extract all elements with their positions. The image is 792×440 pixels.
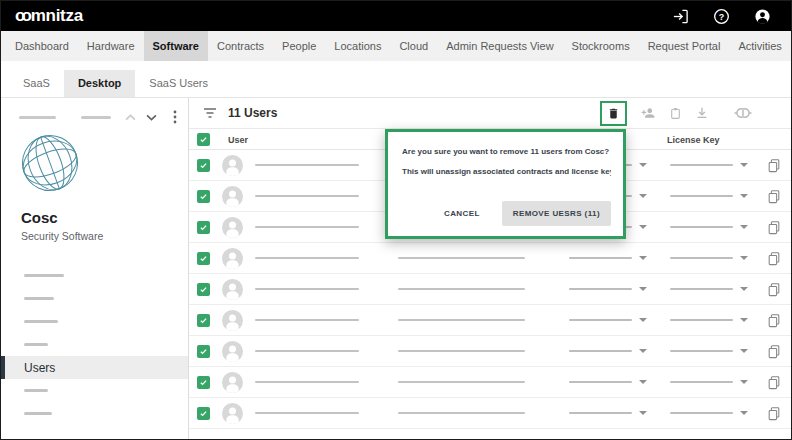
license-key-dropdown[interactable] [670, 256, 748, 260]
sidebar-item-placeholder[interactable] [1, 402, 188, 425]
sidebar-item-placeholder[interactable] [1, 379, 188, 402]
dialog-message-line1: Are you sure you want to remove 11 users… [402, 147, 611, 157]
remove-users-button[interactable]: REMOVE UESRS (11) [502, 201, 611, 226]
sidebar-item-placeholder[interactable] [1, 333, 188, 356]
user-name-placeholder [255, 350, 359, 352]
row-checkbox[interactable] [197, 345, 210, 358]
sign-in-icon[interactable] [672, 8, 689, 25]
chevron-down-icon [639, 349, 647, 353]
nav-item-people[interactable]: People [273, 31, 325, 61]
copy-icon[interactable] [767, 251, 781, 266]
nav-item-stockrooms[interactable]: Stockrooms [563, 31, 639, 61]
assignment-dropdown[interactable] [569, 256, 647, 260]
chevron-up-icon[interactable] [125, 114, 136, 121]
column-header-license-key[interactable]: License Key [667, 135, 720, 145]
license-key-dropdown[interactable] [670, 318, 748, 322]
license-key-dropdown[interactable] [670, 163, 748, 167]
row-checkbox[interactable] [197, 221, 210, 234]
assignment-dropdown[interactable] [569, 380, 647, 384]
sidebar: Cosc Security Software Users [1, 98, 189, 439]
main-nav: DashboardHardwareSoftwareContractsPeople… [1, 31, 791, 61]
license-key-dropdown[interactable] [670, 194, 748, 198]
dropdown-value-placeholder [670, 257, 733, 259]
assignment-dropdown[interactable] [569, 287, 647, 291]
select-all-checkbox[interactable] [197, 133, 210, 146]
copy-icon[interactable] [767, 344, 781, 359]
field-placeholder [398, 319, 525, 321]
download-icon[interactable] [695, 106, 709, 120]
chevron-down-icon [740, 287, 748, 291]
column-header-user[interactable]: User [228, 135, 248, 145]
nav-item-cloud[interactable]: Cloud [390, 31, 437, 61]
license-key-dropdown[interactable] [670, 349, 748, 353]
nav-item-admin-requests-view[interactable]: Admin Requests View [437, 31, 562, 61]
row-checkbox[interactable] [197, 252, 210, 265]
license-key-dropdown[interactable] [670, 380, 748, 384]
assignment-dropdown[interactable] [569, 318, 647, 322]
copy-icon[interactable] [767, 313, 781, 328]
user-name-placeholder [255, 195, 359, 197]
dropdown-value-placeholder [569, 257, 632, 259]
row-checkbox[interactable] [197, 283, 210, 296]
account-icon[interactable] [754, 8, 771, 25]
row-checkbox[interactable] [197, 190, 210, 203]
breadcrumb-placeholder [81, 116, 111, 119]
chevron-down-icon [740, 318, 748, 322]
placeholder-bar [24, 274, 64, 277]
sidebar-item-placeholder[interactable] [1, 287, 188, 310]
sidebar-item-placeholder[interactable] [1, 310, 188, 333]
nav-item-contracts[interactable]: Contracts [208, 31, 273, 61]
delete-users-highlight[interactable] [600, 101, 627, 126]
dropdown-value-placeholder [569, 319, 632, 321]
trash-icon[interactable] [607, 107, 620, 120]
nav-item-dashboard[interactable]: Dashboard [6, 31, 78, 61]
row-checkbox[interactable] [197, 159, 210, 172]
nav-item-hardware[interactable]: Hardware [78, 31, 144, 61]
copy-icon[interactable] [767, 282, 781, 297]
copy-icon[interactable] [767, 158, 781, 173]
nav-item-locations[interactable]: Locations [325, 31, 390, 61]
license-key-dropdown[interactable] [670, 411, 748, 415]
license-key-dropdown[interactable] [670, 287, 748, 291]
chevron-down-icon [639, 287, 647, 291]
copy-icon[interactable] [767, 375, 781, 390]
logo: oomnitza [15, 6, 83, 26]
sidebar-item-users[interactable]: Users [1, 356, 188, 379]
cancel-button[interactable]: CANCEL [444, 209, 480, 218]
tab-desktop[interactable]: Desktop [64, 70, 135, 97]
nav-item-request-portal[interactable]: Request Portal [639, 31, 730, 61]
copy-icon[interactable] [767, 406, 781, 421]
user-name-placeholder [255, 319, 359, 321]
tabs-row: SaaSDesktopSaaS Users [1, 61, 791, 98]
nav-item-software[interactable]: Software [144, 31, 208, 61]
row-checkbox[interactable] [197, 407, 210, 420]
user-avatar [222, 155, 243, 176]
filter-icon[interactable] [203, 107, 217, 119]
nav-item-activities[interactable]: Activities [729, 31, 790, 61]
sidebar-item-placeholder[interactable] [1, 264, 188, 287]
row-checkbox[interactable] [197, 314, 210, 327]
user-avatar [222, 372, 243, 393]
chevron-down-icon[interactable] [146, 114, 157, 121]
clipboard-icon[interactable] [669, 106, 682, 121]
connector-icon[interactable] [734, 107, 752, 119]
chevron-down-icon [639, 194, 647, 198]
chevron-down-icon [639, 411, 647, 415]
copy-icon[interactable] [767, 189, 781, 204]
assignment-dropdown[interactable] [569, 349, 647, 353]
help-icon[interactable]: ? [713, 8, 730, 25]
toolbar-icons [600, 101, 752, 126]
placeholder-bar [24, 297, 54, 300]
tab-saas-users[interactable]: SaaS Users [135, 70, 222, 97]
user-avatar [222, 403, 243, 424]
license-key-dropdown[interactable] [670, 225, 748, 229]
assignment-dropdown[interactable] [569, 411, 647, 415]
row-checkbox[interactable] [197, 376, 210, 389]
svg-text:?: ? [719, 11, 724, 21]
add-user-icon[interactable] [640, 106, 656, 120]
tab-saas[interactable]: SaaS [9, 70, 64, 97]
user-name-placeholder [255, 257, 359, 259]
copy-icon[interactable] [767, 220, 781, 235]
kebab-menu-icon[interactable] [173, 110, 177, 124]
table-toolbar: 11 Users [189, 98, 791, 129]
